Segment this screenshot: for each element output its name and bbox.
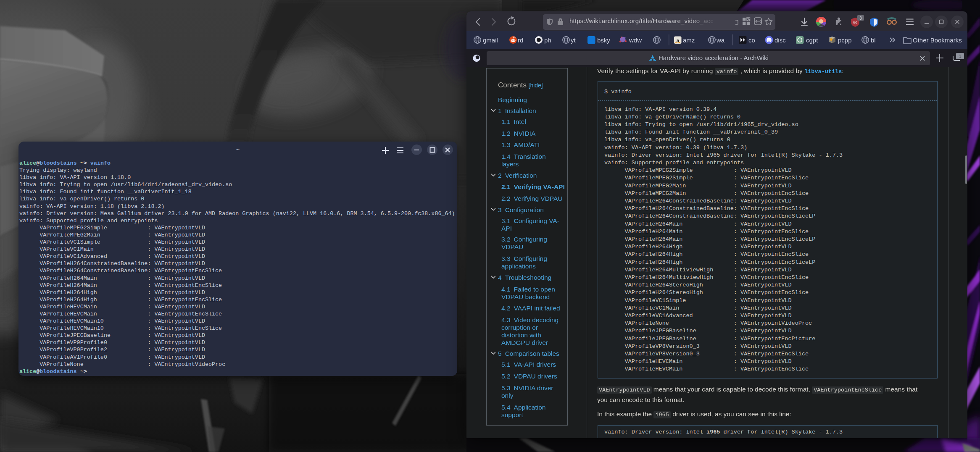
svg-text:1: 1 (959, 54, 961, 59)
svg-text:uo: uo (853, 20, 857, 24)
svg-text:3: 3 (859, 16, 862, 21)
svg-text:a: a (676, 37, 679, 43)
